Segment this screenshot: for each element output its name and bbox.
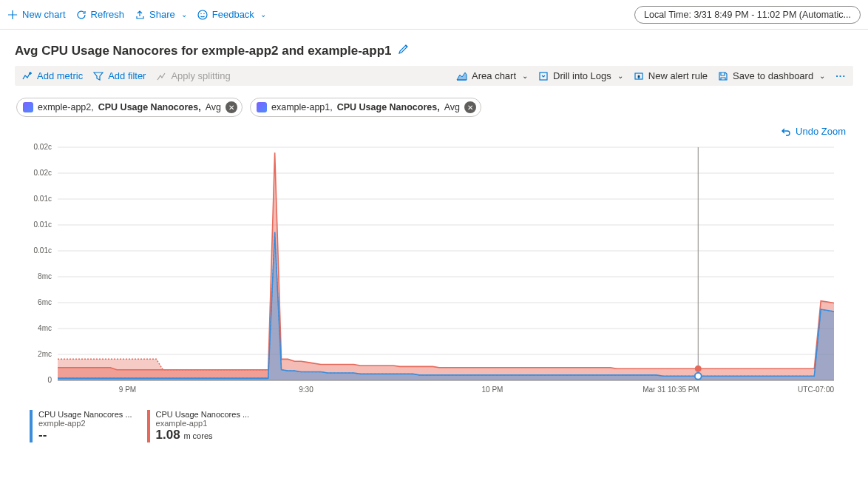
svg-point-1 xyxy=(200,13,201,13)
svg-text:4mc: 4mc xyxy=(38,324,52,332)
svg-rect-3 xyxy=(540,73,547,80)
add-filter-button[interactable]: Add filter xyxy=(93,70,146,81)
svg-text:6mc: 6mc xyxy=(38,298,52,306)
share-icon xyxy=(135,10,145,20)
svg-point-32 xyxy=(695,365,702,371)
chart-type-button[interactable]: Area chart ⌄ xyxy=(456,70,528,81)
plus-icon xyxy=(7,10,18,20)
split-icon xyxy=(156,71,166,81)
share-label: Share xyxy=(149,9,175,20)
chart-container: 02mc4mc6mc8mc0.01c0.01c0.01c0.02c0.02c9 … xyxy=(21,144,847,403)
undo-zoom-row: Undo Zoom xyxy=(0,121,868,144)
filter-icon xyxy=(93,71,104,81)
new-alert-label: New alert rule xyxy=(648,70,708,81)
undo-zoom-label: Undo Zoom xyxy=(796,126,846,137)
add-filter-label: Add filter xyxy=(108,70,146,81)
svg-text:0.01c: 0.01c xyxy=(34,221,52,229)
legend-value: -- xyxy=(38,428,132,442)
chevron-down-icon: ⌄ xyxy=(617,72,623,80)
legend-item[interactable]: CPU Usage Nanocores ...exmple-app2-- xyxy=(30,410,132,442)
svg-point-2 xyxy=(203,13,204,13)
edit-title-button[interactable] xyxy=(398,43,410,58)
feedback-button[interactable]: Feedback ⌄ xyxy=(197,9,266,20)
time-range-picker[interactable]: Local Time: 3/31 8:49 PM - 11:02 PM (Aut… xyxy=(634,6,861,24)
legend-sub: example-app1 xyxy=(156,419,250,428)
resource-icon xyxy=(23,102,33,112)
logs-icon xyxy=(538,71,549,81)
svg-text:2mc: 2mc xyxy=(38,350,52,358)
alert-icon xyxy=(634,71,644,81)
save-dashboard-button[interactable]: Save to dashboard ⌄ xyxy=(718,70,825,81)
svg-text:8mc: 8mc xyxy=(38,272,52,280)
apply-splitting-button: Apply splitting xyxy=(156,70,230,81)
metric-pill[interactable]: exmple-app2,CPU Usage Nanocores,Avg✕ xyxy=(16,98,243,117)
legend-unit: m cores xyxy=(183,431,212,440)
remove-pill-button[interactable]: ✕ xyxy=(226,101,237,113)
pencil-icon xyxy=(398,43,410,55)
add-metric-label: Add metric xyxy=(37,70,83,81)
svg-text:0.02c: 0.02c xyxy=(34,144,52,151)
chevron-down-icon: ⌄ xyxy=(522,72,528,80)
new-chart-label: New chart xyxy=(22,9,66,20)
area-chart[interactable]: 02mc4mc6mc8mc0.01c0.01c0.01c0.02c0.02c9 … xyxy=(21,144,841,403)
pill-resource: example-app1, xyxy=(271,102,333,112)
pill-metric: CPU Usage Nanocores, xyxy=(98,102,201,112)
svg-text:9:30: 9:30 xyxy=(299,386,313,394)
top-toolbar: New chart Refresh Share ⌄ Feedback ⌄ Loc… xyxy=(0,0,868,30)
metrics-toolbar: Add metric Add filter Apply splitting Ar… xyxy=(15,66,853,86)
drill-logs-label: Drill into Logs xyxy=(553,70,611,81)
svg-text:10 PM: 10 PM xyxy=(482,386,503,394)
refresh-icon xyxy=(76,10,87,20)
save-dashboard-label: Save to dashboard xyxy=(733,70,813,81)
pill-resource: exmple-app2, xyxy=(38,102,94,112)
feedback-label: Feedback xyxy=(212,9,254,20)
undo-icon xyxy=(781,127,791,137)
chevron-down-icon: ⌄ xyxy=(181,10,187,18)
undo-zoom-button[interactable]: Undo Zoom xyxy=(781,126,846,137)
svg-text:UTC-07:00: UTC-07:00 xyxy=(798,386,834,394)
pill-agg: Avg xyxy=(206,102,221,112)
refresh-button[interactable]: Refresh xyxy=(76,9,125,20)
pill-metric: CPU Usage Nanocores, xyxy=(337,102,440,112)
share-button[interactable]: Share ⌄ xyxy=(135,9,187,20)
refresh-label: Refresh xyxy=(91,9,125,20)
drill-logs-button[interactable]: Drill into Logs ⌄ xyxy=(538,70,623,81)
svg-text:0: 0 xyxy=(47,376,52,384)
area-chart-icon xyxy=(456,71,467,81)
new-alert-button[interactable]: New alert rule xyxy=(634,70,708,81)
legend-sub: exmple-app2 xyxy=(38,419,132,428)
legend-item[interactable]: CPU Usage Nanocores ...example-app11.08 … xyxy=(147,410,250,442)
legend-title: CPU Usage Nanocores ... xyxy=(38,410,132,419)
remove-pill-button[interactable]: ✕ xyxy=(464,101,476,113)
legend-color-bar xyxy=(147,410,150,442)
chevron-down-icon: ⌄ xyxy=(260,10,266,18)
legend-row: CPU Usage Nanocores ...exmple-app2-- CPU… xyxy=(0,403,868,457)
more-button[interactable]: ··· xyxy=(835,70,846,81)
svg-text:0.01c: 0.01c xyxy=(34,195,52,203)
chevron-down-icon: ⌄ xyxy=(819,72,825,80)
chart-title: Avg CPU Usage Nanocores for exmple-app2 … xyxy=(15,44,392,58)
save-icon xyxy=(718,71,728,81)
svg-text:0.02c: 0.02c xyxy=(34,169,52,177)
chart-title-row: Avg CPU Usage Nanocores for exmple-app2 … xyxy=(0,30,868,66)
svg-point-0 xyxy=(198,10,207,19)
legend-title: CPU Usage Nanocores ... xyxy=(156,410,250,419)
apply-splitting-label: Apply splitting xyxy=(171,70,230,81)
svg-text:0.01c: 0.01c xyxy=(34,246,52,255)
new-chart-button[interactable]: New chart xyxy=(7,9,66,20)
legend-value: 1.08 m cores xyxy=(156,428,250,442)
metric-pill[interactable]: example-app1,CPU Usage Nanocores,Avg✕ xyxy=(250,98,481,117)
add-metric-button[interactable]: Add metric xyxy=(22,70,83,81)
legend-color-bar xyxy=(30,410,33,442)
smile-icon xyxy=(197,10,208,20)
chart-type-label: Area chart xyxy=(472,70,516,81)
add-metric-icon xyxy=(22,71,33,81)
pill-agg: Avg xyxy=(444,102,460,112)
svg-point-33 xyxy=(695,372,702,379)
resource-icon xyxy=(257,102,267,112)
svg-text:9 PM: 9 PM xyxy=(119,386,136,394)
metric-pills-row: exmple-app2,CPU Usage Nanocores,Avg✕exam… xyxy=(0,86,868,121)
svg-text:Mar 31 10:35 PM: Mar 31 10:35 PM xyxy=(642,386,699,394)
